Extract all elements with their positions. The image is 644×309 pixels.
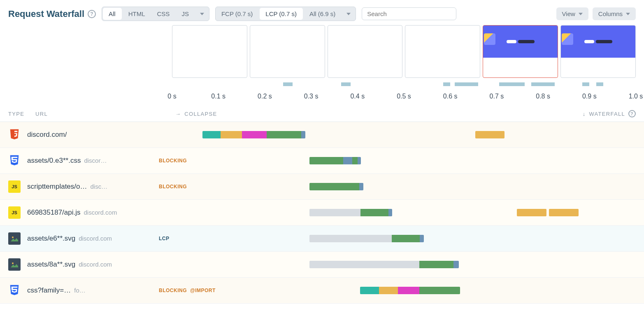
request-url: assets/8a**.svgdiscord.com	[27, 260, 159, 269]
filter-css[interactable]: CSS	[151, 7, 176, 21]
timing-bar[interactable]	[309, 157, 361, 164]
filmstrip-timeline: 0 s0.1 s0.2 s0.3 s0.4 s0.5 s0.6 s0.7 s0.…	[0, 25, 644, 108]
badge-col: LCP	[159, 236, 196, 241]
waterfall-cell	[196, 148, 636, 173]
request-row[interactable]: css?family=…fo…BLOCKING@IMPORT	[0, 278, 644, 304]
bar-segment	[309, 209, 360, 216]
filmstrip-frame[interactable]	[483, 25, 558, 78]
timing-bar[interactable]	[309, 261, 459, 268]
chevron-down-icon[interactable]	[342, 7, 356, 21]
tick-label: 0.5 s	[397, 93, 411, 100]
request-row[interactable]: assets/0.e3**.cssdiscor…BLOCKING	[0, 148, 644, 174]
tick-label: 0.3 s	[304, 93, 319, 100]
chevron-down-icon[interactable]	[195, 7, 209, 21]
filmstrip-frame[interactable]	[250, 25, 325, 78]
bar-segment	[309, 157, 344, 164]
css-icon	[8, 154, 21, 168]
view-dropdown[interactable]: View	[556, 7, 588, 20]
url-host: disc…	[91, 183, 108, 190]
bar-segment	[267, 131, 301, 138]
blocking-badge: BLOCKING	[159, 158, 187, 164]
request-row[interactable]: discord.com/	[0, 122, 644, 148]
top-toolbar: Request Waterfall ? AllHTMLCSSJS FCP (0.…	[0, 0, 644, 23]
request-url: scripttemplates/o…disc…	[27, 183, 159, 191]
columns-label: Columns	[598, 10, 623, 17]
timing-bar[interactable]	[309, 183, 363, 190]
bar-segment	[379, 287, 398, 294]
waterfall-sort[interactable]: ↓ WATERFALL ?	[583, 110, 636, 117]
url-path: assets/8a**.svg	[27, 260, 75, 269]
url-host: discord.com	[79, 261, 112, 268]
request-url: assets/e6**.svgdiscord.com	[27, 234, 159, 243]
lcp-badge: LCP	[159, 236, 170, 241]
bar-segment	[453, 261, 459, 268]
arrow-right-icon: →	[175, 111, 181, 117]
url-path: 669835187/api.js	[27, 208, 81, 217]
arrow-down-icon: ↓	[583, 111, 586, 117]
timing-bar[interactable]	[309, 209, 392, 216]
timing-bar[interactable]	[202, 131, 305, 138]
timing-bar[interactable]	[360, 287, 460, 294]
waterfall-label: WATERFALL	[589, 111, 625, 117]
timing-bar[interactable]	[549, 209, 579, 216]
bar-segment	[309, 183, 359, 190]
request-row[interactable]: JS669835187/api.jsdiscord.com	[0, 200, 644, 226]
waterfall-cell	[196, 278, 636, 303]
bar-segment	[392, 235, 420, 242]
collapse-label: COLLAPSE	[184, 111, 217, 117]
bar-segment	[398, 287, 419, 294]
filter-js[interactable]: JS	[176, 7, 195, 21]
request-row[interactable]: assets/8a**.svgdiscord.com	[0, 252, 644, 278]
filter-fcp-0-7-s-[interactable]: FCP (0.7 s)	[216, 7, 259, 21]
timing-bar[interactable]	[475, 131, 505, 138]
waterfall-cell	[196, 174, 636, 199]
url-path: scripttemplates/o…	[27, 183, 87, 191]
filter-all[interactable]: All	[103, 8, 122, 20]
mini-mark	[455, 82, 478, 86]
timing-bar[interactable]	[517, 209, 546, 216]
filmstrip-frame[interactable]	[172, 25, 247, 78]
url-path: assets/e6**.svg	[27, 234, 75, 243]
tick-label: 0.8 s	[536, 93, 550, 100]
timing-filter-group: FCP (0.7 s)LCP (0.7 s)All (6.9 s)	[215, 7, 356, 21]
bar-segment	[309, 235, 392, 242]
bar-segment	[202, 131, 221, 138]
tick-label: 1.0 s	[629, 93, 643, 100]
css-icon	[8, 284, 21, 297]
bar-segment	[475, 131, 505, 138]
filmstrip-frame[interactable]	[328, 25, 403, 78]
bar-segment	[242, 131, 267, 138]
filter-all-6-9-s-[interactable]: All (6.9 s)	[304, 7, 342, 21]
blocking-badge: BLOCKING	[159, 288, 187, 293]
help-icon[interactable]: ?	[628, 110, 636, 117]
filter-html[interactable]: HTML	[123, 7, 151, 21]
filter-lcp-0-7-s-[interactable]: LCP (0.7 s)	[260, 8, 303, 20]
waterfall-cell	[196, 200, 636, 225]
title-text: Request Waterfall	[8, 9, 84, 19]
format-filter-group: AllHTMLCSSJS	[102, 7, 209, 21]
collapse-toggle[interactable]: → COLLAPSE	[175, 111, 217, 117]
tick-label: 0.4 s	[350, 93, 365, 100]
chevron-down-icon	[626, 13, 630, 15]
bar-segment	[221, 131, 242, 138]
timing-bar[interactable]	[309, 235, 424, 242]
timeline-mini-marks	[172, 81, 636, 88]
bar-segment	[419, 287, 460, 294]
request-url: discord.com/	[27, 131, 159, 139]
column-headers: TYPE URL → COLLAPSE ↓ WATERFALL ?	[0, 108, 644, 122]
filmstrip-frame[interactable]	[405, 25, 480, 78]
bar-segment	[420, 235, 424, 242]
html-icon	[8, 128, 21, 142]
tick-label: 0.6 s	[443, 93, 458, 100]
right-button-group: View Columns	[556, 7, 636, 20]
view-label: View	[562, 10, 575, 17]
search-input[interactable]	[362, 7, 456, 20]
url-host: discord.com	[79, 235, 112, 242]
columns-dropdown[interactable]: Columns	[593, 7, 636, 20]
help-icon[interactable]: ?	[88, 10, 96, 18]
filmstrip-frame[interactable]	[560, 25, 636, 78]
request-row[interactable]: assets/e6**.svgdiscord.comLCP	[0, 226, 644, 252]
url-path: assets/0.e3**.css	[27, 157, 81, 165]
chevron-down-icon	[579, 13, 583, 15]
request-row[interactable]: JSscripttemplates/o…disc…BLOCKING	[0, 174, 644, 200]
